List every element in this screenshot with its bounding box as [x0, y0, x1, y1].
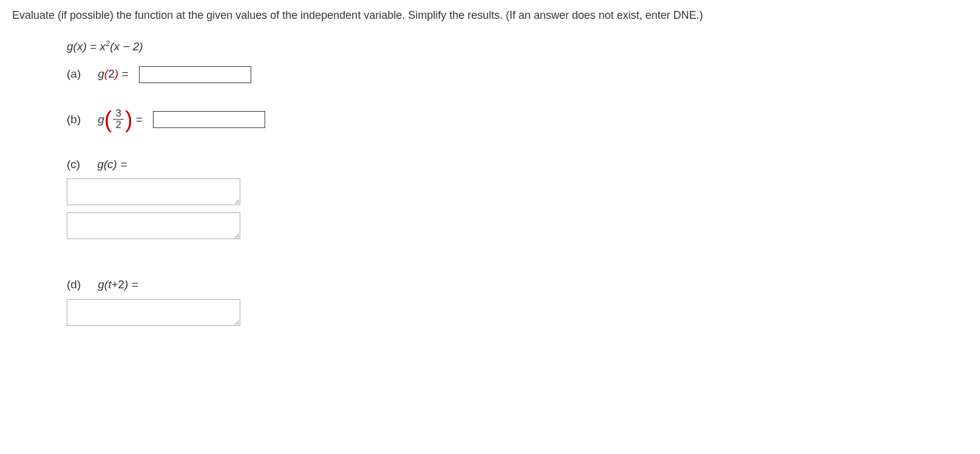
part-b: (b) g(32) = — [67, 108, 968, 131]
part-a-label: (a) — [67, 65, 81, 83]
part-c-label: (c) — [67, 155, 80, 174]
part-c-input-1[interactable] — [67, 178, 240, 205]
part-a: (a) g(2) = — [67, 65, 968, 83]
part-d-label: (d) — [67, 276, 81, 294]
func-var-rhs: x — [100, 40, 106, 53]
part-c: (c) g(c) = — [67, 155, 968, 239]
part-a-expression: g(2) = — [98, 65, 131, 83]
problem-instructions: Evaluate (if possible) the function at t… — [12, 6, 968, 25]
func-exp: 2 — [106, 39, 110, 48]
part-a-input[interactable] — [139, 66, 251, 83]
part-b-input[interactable] — [153, 111, 265, 128]
func-name: g — [67, 40, 73, 53]
func-const: 2 — [133, 40, 140, 53]
part-c-expression: g(c) = — [97, 155, 127, 174]
func-var-paren: x — [114, 40, 120, 53]
func-var: x — [77, 40, 83, 53]
part-d-expression: g(t + 2) = — [98, 276, 138, 294]
function-definition: g(x) = x2(x − 2) — [67, 37, 968, 56]
part-b-label: (b) — [67, 110, 81, 129]
part-b-expression: g(32) = — [98, 108, 146, 131]
problem-content: g(x) = x2(x − 2) (a) g(2) = (b) g(32) = … — [12, 37, 968, 326]
part-d-input[interactable] — [67, 299, 240, 326]
part-d: (d) g(t + 2) = — [67, 276, 968, 325]
part-c-input-2[interactable] — [67, 212, 240, 239]
